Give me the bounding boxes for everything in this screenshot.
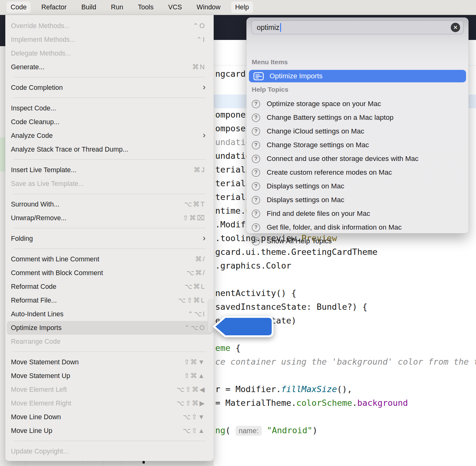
menu-item-update-copyright: Update Copyright...: [7, 444, 212, 458]
menubar-item-build[interactable]: Build: [77, 2, 100, 13]
menu-item-comment-with-block-comment[interactable]: Comment with Block Comment⌥⌘/: [7, 266, 212, 280]
menu-item-shortcut: ⌥⇧▼: [183, 413, 206, 421]
menu-item-label: Insert Live Template...: [11, 166, 76, 174]
menu-item-surround-with[interactable]: Surround With...⌥⌘T: [7, 197, 212, 211]
menu-item-optimize-imports[interactable]: Optimize Imports⌃⌥O: [7, 321, 212, 335]
code-segment-k: = MaterialTheme.: [215, 398, 296, 408]
code-segment-hint: name:: [236, 426, 262, 436]
submenu-chevron-icon: ›: [203, 83, 206, 91]
code-line: omponen: [215, 108, 251, 122]
menu-item-move-statement-down[interactable]: Move Statement Down⇧⌘▼: [7, 355, 212, 369]
menu-item-label: Save as Live Template...: [11, 180, 84, 188]
menubar-item-vcs[interactable]: VCS: [164, 2, 186, 13]
help-topics-header: Help Topics: [252, 86, 288, 93]
menubar-item-help[interactable]: Help: [231, 2, 253, 13]
menu-item-label: Move Element Right: [11, 400, 71, 407]
code-line: eme {: [215, 341, 240, 355]
menu-separator: [13, 194, 206, 194]
code-line: ngcard: [215, 67, 246, 81]
menu-item-analyze-code[interactable]: Analyze Code›: [7, 129, 212, 143]
menu-item-shortcut: ⇧⌘▲: [184, 372, 206, 380]
code-segment-fn: colorScheme: [296, 398, 352, 408]
menu-item-reformat-file[interactable]: Reformat File...⌥⇧⌘L: [7, 294, 212, 307]
help-topic-label: Change Storage settings on Mac: [267, 141, 369, 149]
help-topic-change-icloud-settings-on-mac[interactable]: ?Change iCloud settings on Mac: [252, 124, 465, 138]
help-topic-displays-settings-on-mac[interactable]: ?Displays settings on Mac: [252, 193, 465, 207]
menu-item-folding[interactable]: Folding›: [7, 232, 212, 245]
menubar-item-code[interactable]: Code: [7, 2, 31, 13]
menu-item-shortcut: ⌥⇧⌘L: [178, 296, 206, 304]
help-topic-label: Connect and use other storage devices wi…: [267, 155, 419, 163]
menu-item-insert-live-template[interactable]: Insert Live Template...⌘J: [7, 163, 212, 177]
menubar-item-run[interactable]: Run: [107, 2, 127, 13]
menu-item-auto-indent-lines[interactable]: Auto-Indent Lines⌃⌥I: [7, 307, 212, 321]
help-topic-change-battery-settings-on-a-mac-laptop[interactable]: ?Change Battery settings on a Mac laptop: [252, 111, 465, 124]
menu-item-inspect-code[interactable]: Inspect Code...: [7, 101, 212, 115]
help-topic-find-and-delete-files-on-your-mac[interactable]: ?Find and delete files on your Mac: [252, 207, 465, 221]
help-topic-change-storage-settings-on-mac[interactable]: ?Change Storage settings on Mac: [252, 138, 465, 152]
help-topic-create-custom-reference-modes-on-mac[interactable]: ?Create custom reference modes on Mac: [252, 166, 465, 179]
menubar-item-tools[interactable]: Tools: [134, 2, 158, 13]
menu-item-analyze-stack-trace-or-thread-dump[interactable]: Analyze Stack Trace or Thread Dump...: [7, 143, 212, 156]
menu-item-label: Analyze Stack Trace or Thread Dump...: [11, 146, 128, 153]
menu-item-rearrange-code: Rearrange Code: [7, 335, 212, 348]
menu-item-move-line-down[interactable]: Move Line Down⌥⇧▼: [7, 410, 212, 424]
menubar-item-refactor[interactable]: Refactor: [37, 2, 70, 13]
code-segment-fn: ng: [215, 425, 226, 435]
menu-item-label: Generate...: [11, 63, 45, 71]
code-segment-dim: undatio: [215, 137, 251, 147]
menu-item-code-cleanup[interactable]: Code Cleanup...: [7, 115, 212, 129]
menu-item-label: Auto-Indent Lines: [11, 310, 64, 318]
callout-arrow: [211, 314, 278, 341]
question-mark-icon: ?: [252, 223, 260, 232]
text-cursor-mark: [143, 461, 145, 464]
help-search-input[interactable]: optimiz ✕: [251, 21, 464, 34]
question-mark-icon: ?: [252, 114, 260, 122]
menu-item-label: Move Line Down: [11, 413, 61, 421]
menu-item-shortcut: ⇧⌘⌧: [183, 214, 206, 222]
menu-item-move-line-up[interactable]: Move Line Up⌥⇧▲: [7, 424, 212, 438]
menu-item-generate[interactable]: Generate...⌘N: [7, 60, 212, 74]
menu-result-optimize-imports[interactable]: Optimize Imports: [249, 70, 466, 82]
code-segment-k: {: [231, 343, 241, 353]
clear-search-button[interactable]: ✕: [451, 23, 460, 32]
menubar-item-window[interactable]: Window: [192, 2, 224, 13]
menu-item-shortcut: ⌥⌘/: [187, 269, 206, 277]
menu-item-unwrap-remove[interactable]: Unwrap/Remove...⇧⌘⌧: [7, 211, 212, 225]
menu-item-label: Reformat Code: [11, 283, 56, 291]
code-segment-k: nentActivity() {: [215, 288, 296, 298]
code-segment-k: .graphics.Color: [215, 261, 291, 270]
menu-separator: [13, 159, 206, 160]
help-topic-connect-and-use-other-storage-devices-with-mac[interactable]: ?Connect and use other storage devices w…: [252, 152, 465, 166]
menu-item-code-completion[interactable]: Code Completion›: [7, 81, 212, 95]
code-line: ntime.C: [215, 204, 251, 218]
menu-item-move-statement-up[interactable]: Move Statement Up⇧⌘▲: [7, 369, 212, 383]
menu-item-shortcut: ⌘N: [192, 63, 206, 71]
code-segment-k: [262, 425, 267, 435]
menu-item-label: Delegate Methods...: [11, 50, 71, 57]
code-segment-k: undatio: [215, 151, 251, 161]
menu-item-delegate-methods: Delegate Methods...: [7, 46, 212, 60]
question-mark-icon: ?: [252, 100, 260, 108]
help-topic-show-all-help-topics[interactable]: ?Show All Help Topics: [252, 234, 465, 248]
search-query-text: optimiz: [257, 23, 279, 32]
help-topic-displays-settings-on-mac[interactable]: ?Displays settings on Mac: [252, 179, 465, 193]
panel-edge-fragment: [0, 137, 5, 172]
code-segment-prop: background: [357, 398, 408, 408]
menu-item-label: Comment with Line Comment: [11, 255, 99, 263]
menu-item-reformat-code[interactable]: Reformat Code⌥⌘L: [7, 280, 212, 294]
menu-item-shortcut: ⌃⌥I: [187, 310, 206, 318]
help-topic-get-file-folder-and-disk-information-on-mac[interactable]: ?Get file, folder, and disk information …: [252, 221, 465, 234]
menu-item-label: Move Line Up: [11, 427, 52, 435]
menu-item-move-element-right: Move Element Right⌥⇧⌘▶: [7, 396, 212, 410]
help-topic-optimize-storage-space-on-your-mac[interactable]: ?Optimize storage space on your Mac: [252, 97, 465, 111]
help-topic-label: Find and delete files on your Mac: [267, 210, 370, 218]
menu-item-comment-with-line-comment[interactable]: Comment with Line Comment⌘/: [7, 252, 212, 266]
menu-item-label: Override Methods...: [11, 22, 70, 30]
menu-item-label: Surround With...: [11, 201, 59, 208]
code-segment-fn: eme: [215, 343, 231, 353]
submenu-chevron-icon: ›: [203, 234, 206, 242]
menu-item-shortcut: ⌃⌥O: [184, 324, 206, 332]
menu-separator: [13, 228, 206, 228]
menu-separator: [13, 249, 206, 249]
